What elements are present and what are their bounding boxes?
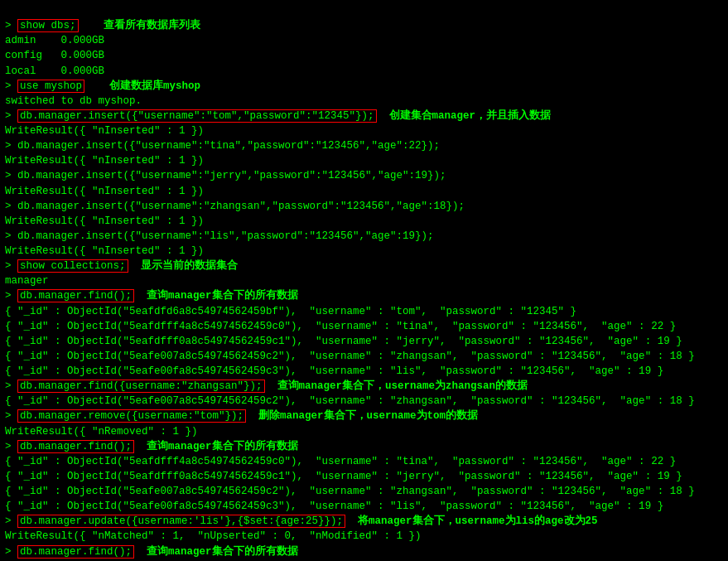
terminal-line: { "_id" : ObjectId("5eafe007a8c549745624… <box>5 349 723 364</box>
cmd-comment: 将manager集合下，username为lis的age改为25 <box>345 515 598 527</box>
cmd-highlight-box: db.manager.find(); <box>17 289 134 302</box>
terminal-line: WriteResult({ "nInserted" : 1 }) <box>5 153 723 168</box>
terminal-line: { "_id" : ObjectId("5eafdfd6a8c549745624… <box>5 304 723 319</box>
terminal-line: { "_id" : ObjectId("5eafdfff0a8c54974562… <box>5 469 723 484</box>
terminal-line: > show collections; 显示当前的数据集合 <box>5 259 723 273</box>
terminal-line: > db.manager.insert({"username":"tina","… <box>5 138 723 153</box>
cmd-comment: 查询manager集合下的所有数据 <box>134 290 298 302</box>
terminal-line: manager <box>5 273 723 288</box>
terminal-line: WriteResult({ "nInserted" : 1 }) <box>5 184 723 199</box>
cmd-highlight-box: db.manager.find(); <box>17 440 134 453</box>
cmd-comment: 查询manager集合下的所有数据 <box>134 441 298 452</box>
terminal-line: > db.manager.remove({username:"tom"}); 删… <box>5 409 723 423</box>
prompt: > <box>5 20 17 31</box>
cmd-comment: 创建数据库myshop <box>84 80 200 92</box>
terminal-line: switched to db myshop. <box>5 94 723 109</box>
prompt: > <box>5 260 17 272</box>
terminal-line: local 0.000GB <box>5 64 723 79</box>
cmd-comment: 创建集合manager，并且插入数据 <box>377 110 552 122</box>
terminal-line: > db.manager.insert({"username":"zhangsa… <box>5 199 723 214</box>
prompt: > <box>5 170 17 181</box>
prompt: > <box>5 380 17 392</box>
prompt: > <box>5 441 17 452</box>
cmd-comment: 查看所有数据库列表 <box>79 20 200 31</box>
cmd-highlight-box: db.manager.remove({username:"tom"}); <box>17 409 246 423</box>
terminal-line: > db.manager.update({username:'lis'},{$s… <box>5 514 723 529</box>
cmd-text: db.manager.insert({"username":"tina","pa… <box>17 140 440 152</box>
terminal-line: WriteResult({ "nInserted" : 1 }) <box>5 244 723 259</box>
cmd-highlight-box: db.manager.insert({"username":"tom","pas… <box>17 109 377 123</box>
prompt: > <box>5 515 17 527</box>
terminal-line: { "_id" : ObjectId("5eafdfff4a8c54974562… <box>5 454 723 469</box>
terminal-line: { "_id" : ObjectId("5eafdfff0a8c54974562… <box>5 334 723 349</box>
prompt: > <box>5 410 17 422</box>
terminal-line: { "_id" : ObjectId("5eafdfff4a8c54974562… <box>5 319 723 334</box>
cmd-highlight-box: show collections; <box>17 259 128 273</box>
terminal-line: WriteResult({ "nInserted" : 1 }) <box>5 123 723 138</box>
terminal-line: admin 0.000GB <box>5 33 723 48</box>
prompt: > <box>5 230 17 242</box>
cmd-comment: 显示当前的数据集合 <box>128 260 238 272</box>
prompt: > <box>5 201 17 212</box>
terminal-line: { "_id" : ObjectId("5eafe00fa8c549745624… <box>5 364 723 379</box>
terminal-line: > db.manager.insert({"username":"jerry",… <box>5 168 723 183</box>
cmd-highlight-box: use myshop <box>17 80 84 93</box>
cmd-text: db.manager.insert({"username":"zhangsan"… <box>17 201 465 212</box>
terminal-line: > db.manager.insert({"username":"tom","p… <box>5 109 723 123</box>
prompt: > <box>5 80 17 92</box>
prompt: > <box>5 140 17 152</box>
terminal-line: config 0.000GB <box>5 48 723 63</box>
cmd-highlight-box: show dbs; <box>17 19 79 32</box>
terminal-line: > db.manager.find(); 查询manager集合下的所有数据 <box>5 544 723 559</box>
terminal-line: { "_id" : ObjectId("5eafe007a8c549745624… <box>5 394 723 409</box>
cmd-comment: 查询manager集合下的所有数据 <box>134 546 298 558</box>
cmd-text: db.manager.insert({"username":"lis","pas… <box>17 230 434 242</box>
terminal-line: { "_id" : ObjectId("5eafe00fa8c549745624… <box>5 499 723 514</box>
cmd-highlight-box: db.manager.update({username:'lis'},{$set… <box>17 515 345 528</box>
cmd-highlight-box: db.manager.find(); <box>17 545 134 559</box>
terminal-line: WriteResult({ "nInserted" : 1 }) <box>5 214 723 229</box>
terminal-line: > db.manager.find(); 查询manager集合下的所有数据 <box>5 288 723 303</box>
cmd-text: db.manager.insert({"username":"jerry","p… <box>17 170 446 181</box>
prompt: > <box>5 110 17 122</box>
terminal-line: > use myshop 创建数据库myshop <box>5 79 723 94</box>
terminal-line: > db.manager.insert({"username":"lis","p… <box>5 229 723 244</box>
terminal-line: WriteResult({ "nRemoved" : 1 }) <box>5 424 723 439</box>
prompt: > <box>5 290 17 302</box>
cmd-comment: 查询manager集合下，username为zhangsan的数据 <box>265 380 528 392</box>
cmd-comment: 删除manager集合下，username为tom的数据 <box>246 410 478 422</box>
terminal-line: > db.manager.find(); 查询manager集合下的所有数据 <box>5 439 723 454</box>
terminal-line: > db.manager.find({username:"zhangsan"})… <box>5 379 723 394</box>
terminal-line: > show dbs; 查看所有数据库列表 <box>5 18 723 33</box>
prompt: > <box>5 546 17 558</box>
cmd-highlight-box: db.manager.find({username:"zhangsan"}); <box>17 380 265 393</box>
terminal-line: WriteResult({ "nMatched" : 1, "nUpserted… <box>5 529 723 544</box>
terminal: > show dbs; 查看所有数据库列表admin 0.000GBconfig… <box>0 0 728 561</box>
terminal-line: { "_id" : ObjectId("5eafe007a8c549745624… <box>5 484 723 499</box>
